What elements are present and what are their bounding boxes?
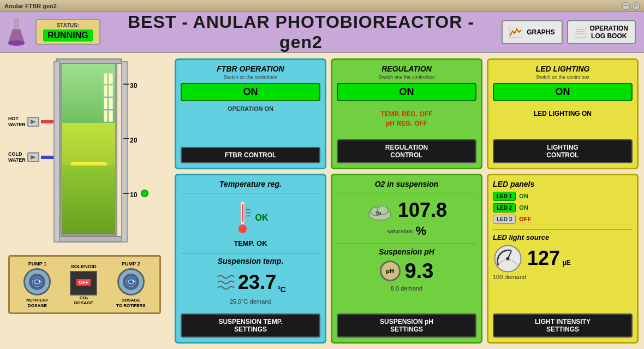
pump1-arrow-icon: [31, 276, 43, 288]
flask-icon: [8, 19, 25, 46]
scale-20: 20: [130, 135, 137, 145]
ftbr-status-text: OPERATION ON: [228, 105, 273, 112]
pump-icon-2: [29, 154, 37, 161]
liquid-yellow-green: [62, 123, 115, 165]
solenoid-sublabel: CO₂DOSAGE: [70, 295, 97, 306]
hot-water-label: HOTWATER: [8, 116, 26, 128]
svg-rect-0: [15, 19, 18, 29]
svg-marker-7: [31, 120, 36, 124]
o2-value-row: O₂ 107.8: [366, 199, 447, 222]
minimize-btn[interactable]: ─: [622, 2, 630, 10]
pump1-inner: [29, 274, 45, 290]
window-title: Anular FTBR gen2: [4, 3, 57, 9]
status-value: RUNNING: [43, 29, 93, 42]
main-title: BEST - ANULAR PHOTOBIOREACTOR - gen2: [111, 12, 491, 52]
light-demand: 100 demand: [493, 274, 526, 280]
reactor-section: HOTWATER COLDWATER: [5, 58, 169, 344]
o2-value: 107.8: [398, 199, 447, 221]
led2-status: ON: [519, 204, 528, 211]
reactor-visual: HOTWATER COLDWATER: [5, 58, 169, 266]
graphs-label: GRAPHS: [527, 28, 554, 36]
svg-rect-3: [575, 27, 586, 38]
pump1-sublabel: NUTRIENTDOSAGE: [23, 298, 51, 308]
logbook-button[interactable]: OPERATIONLOG BOOK: [567, 20, 636, 44]
o2-title: O2 in suspension: [375, 180, 439, 188]
pump2-item: PUMP 2 DOSAGETO ROTIFERS: [116, 261, 146, 308]
graphs-icon: [509, 27, 522, 38]
ph-title: Suspension pH: [379, 247, 434, 256]
pump1-icon: [23, 268, 51, 295]
logbook-label: OPERATIONLOG BOOK: [590, 25, 628, 40]
ph-value-row: pH 9.3: [380, 259, 434, 283]
reactor-body: [60, 61, 117, 236]
light-unit: μE: [563, 259, 571, 267]
solenoid-item: SOLENOID OFF CO₂DOSAGE: [70, 264, 97, 306]
regulation-control-button[interactable]: REGULATIONCONTROL: [337, 139, 476, 163]
sep1: [181, 193, 320, 193]
led2-row: LED 2 ON: [493, 203, 528, 212]
ftbr-on-button[interactable]: ON: [181, 83, 320, 101]
ftbr-panel: FTBR OPERATION Switch on the controlbox …: [175, 58, 326, 169]
ph-settings-button[interactable]: SUSPENSION pHSETTINGS: [337, 313, 476, 338]
ftbr-control-button[interactable]: FTBR CONTROL: [181, 147, 320, 163]
led-lighting-on-button[interactable]: ON: [493, 83, 633, 101]
reactor-bottom-stand: [53, 236, 124, 242]
pump2-icon: [117, 268, 145, 295]
svg-point-17: [238, 224, 247, 233]
logbook-icon: [575, 27, 586, 38]
temp-ok-label: TEMP. OK: [234, 239, 267, 247]
pump2-arrow-icon: [125, 276, 137, 288]
ph-icon: pH: [380, 261, 401, 281]
cold-water: COLDWATER: [8, 151, 60, 163]
led-source-title: LED light source: [493, 233, 549, 241]
led3-row: LED 3 OFF: [493, 215, 531, 224]
sep3: [337, 193, 476, 193]
light-value: 127: [527, 247, 560, 269]
led-lighting-panel: LED LIGHTING Switch on the controlbox ON…: [487, 58, 639, 169]
led3-status: OFF: [519, 216, 531, 222]
ph-value: 9.3: [405, 259, 434, 283]
o2-unit: %: [415, 224, 426, 238]
regulation-panel: REGULATION Switch one the controlbox ON …: [331, 58, 482, 169]
regulation-on-button[interactable]: ON: [337, 83, 476, 101]
pump-icon: [29, 119, 37, 125]
graphs-button[interactable]: GRAPHS: [502, 20, 562, 44]
o2-ph-panel: O2 in suspension O₂ 107.8 saturation %: [331, 174, 482, 344]
temp-ok-status: OK: [255, 213, 269, 223]
temp-settings-button[interactable]: SUSPENSION TEMP.SETTINGS: [181, 313, 320, 338]
regulation-status-text: TEMP. REG. OFFpH REG. OFF: [380, 110, 432, 128]
temp-demand: 25.0°C demand: [230, 298, 272, 305]
light-intensity-settings-button[interactable]: LIGHT INTENSITYSETTINGS: [493, 313, 633, 338]
pump2-sublabel: DOSAGETO ROTIFERS: [116, 298, 146, 308]
window-controls[interactable]: ─ □: [622, 2, 640, 10]
o2-cloud-icon: O₂: [366, 199, 393, 221]
led-lighting-status: LED LIGHTING ON: [534, 110, 592, 117]
maximize-btn[interactable]: □: [632, 2, 640, 10]
led-lighting-subtitle: Switch on the controlbox: [536, 74, 589, 80]
led1-indicator: LED 1: [493, 192, 516, 201]
temperature-panel: Temperature reg. OK TEMP. OK Suspension …: [175, 174, 326, 344]
sep4: [337, 244, 476, 244]
reactor-right-column: [121, 61, 128, 242]
led-lighting-title: LED LIGHTING: [536, 64, 590, 73]
scale-10: 10: [130, 190, 137, 199]
saturation-label: saturation: [387, 228, 413, 234]
temp-current-value: 23.7: [238, 271, 276, 294]
title-bar: Anular FTBR gen2 ─ □: [0, 0, 644, 12]
cold-water-label: COLDWATER: [8, 151, 26, 163]
hot-water: HOTWATER: [8, 116, 60, 128]
svg-point-24: [506, 257, 510, 260]
gauge-reading: 127 μE: [527, 247, 571, 270]
svg-text:O₂: O₂: [375, 210, 381, 216]
regulation-subtitle: Switch one the controlbox: [378, 74, 434, 80]
liquid-bottom: [62, 165, 115, 234]
suspension-temp-label: Suspension temp.: [218, 257, 284, 265]
svg-rect-16: [242, 204, 243, 222]
status-label: STATUS:: [43, 22, 93, 28]
thermometer-icon: [233, 199, 252, 237]
led-lighting-control-button[interactable]: LIGHTINGCONTROL: [493, 139, 633, 163]
control-section: FTBR OPERATION Switch on the controlbox …: [175, 58, 639, 344]
ftbr-title: FTBR OPERATION: [217, 64, 284, 73]
led1-status: ON: [519, 193, 528, 199]
led1-row: LED 1 ON: [493, 192, 528, 201]
